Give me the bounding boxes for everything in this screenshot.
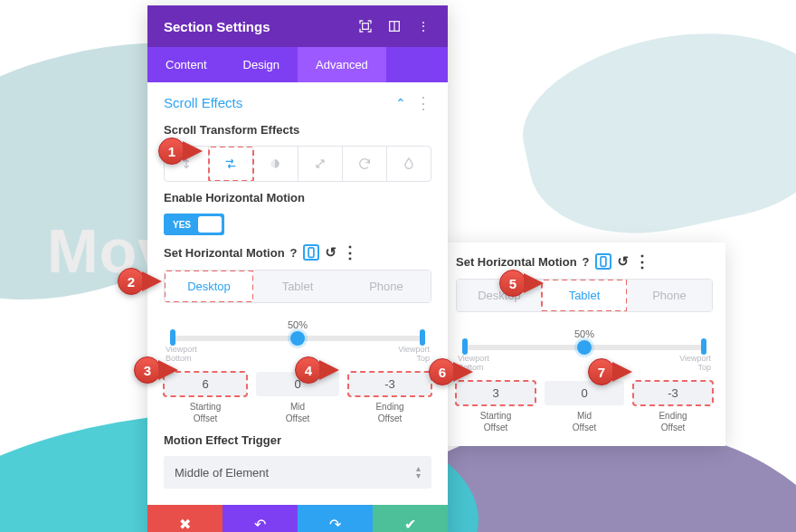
ending-offset-input-2[interactable]: -3 [633, 381, 713, 405]
effect-rotate-icon[interactable] [343, 147, 387, 181]
starting-offset-caption: Starting Offset [164, 401, 247, 424]
focus-icon[interactable] [357, 18, 374, 34]
horizontal-motion-row: Set Horizontal Motion ? ↻ ⋮ [164, 244, 431, 261]
trigger-value: Middle of Element [175, 466, 269, 480]
motion-slider-2: 50% Viewport Bottom Viewport Top [456, 328, 713, 372]
callout-7: 7 [588, 358, 632, 385]
trigger-select[interactable]: Middle of Element ▴▾ [164, 456, 431, 489]
effect-fade-icon[interactable] [253, 147, 298, 181]
ending-offset-caption-2: Ending Offset [633, 410, 713, 433]
reset-icon-2[interactable]: ↻ [617, 253, 629, 270]
device-tabs: Desktop Tablet Phone [164, 270, 431, 303]
svg-rect-4 [308, 248, 314, 258]
slider-percent-2: 50% [456, 328, 713, 339]
device-tab-tablet[interactable]: Tablet [253, 271, 342, 302]
main-tabs: Content Design Advanced [147, 47, 448, 82]
callout-2: 2 [118, 268, 162, 295]
device-tab-phone-2[interactable]: Phone [627, 280, 712, 311]
section-settings-panel: Section Settings ⋮ Content Design Advanc… [147, 5, 448, 532]
cancel-button[interactable]: ✖ [147, 505, 223, 532]
responsive-icon[interactable] [303, 244, 319, 261]
more-icon[interactable]: ⋮ [415, 18, 431, 34]
group-header: Scroll Effects ⌃ ⋮ [164, 95, 431, 110]
starting-offset-caption-2: Starting Offset [456, 410, 535, 433]
callout-4: 4 [295, 356, 339, 384]
select-arrow-icon: ▴▾ [416, 465, 421, 480]
horizontal-motion-label-2: Set Horizontal Motion [456, 255, 577, 269]
slider-mid-handle-2[interactable] [577, 340, 592, 355]
mid-offset-caption-2: Mid Offset [545, 410, 624, 433]
device-tab-tablet-2[interactable]: Tablet [542, 280, 627, 311]
ending-offset-input[interactable]: -3 [348, 372, 431, 396]
mid-offset-caption: Mid Offset [256, 401, 339, 424]
slider-track-2[interactable] [465, 345, 704, 350]
slider-mid-handle[interactable] [290, 331, 305, 346]
device-tab-desktop[interactable]: Desktop [165, 271, 253, 302]
toggle-knob [198, 216, 222, 233]
slider-percent: 50% [164, 319, 431, 330]
callout-3: 3 [134, 356, 178, 384]
tablet-motion-card: Set Horizontal Motion ? ↻ ⋮ Desktop Tabl… [443, 242, 725, 446]
enable-horizontal-label: Enable Horizontal Motion [164, 191, 431, 204]
save-button[interactable]: ✔ [373, 505, 448, 532]
effect-horizontal-icon[interactable] [209, 147, 253, 181]
effect-blur-icon[interactable] [387, 147, 431, 181]
redo-button[interactable]: ↷ [298, 505, 373, 532]
device-tab-phone[interactable]: Phone [342, 271, 431, 302]
toggle-label: YES [173, 220, 191, 230]
horizontal-motion-label: Set Horizontal Motion [164, 246, 285, 260]
svg-rect-0 [363, 24, 369, 30]
slider-end-handle[interactable] [420, 329, 425, 346]
transform-effect-buttons [164, 146, 431, 182]
ending-offset-caption: Ending Offset [348, 401, 431, 424]
enable-horizontal-toggle[interactable]: YES [164, 214, 224, 235]
layout-icon[interactable] [386, 18, 403, 34]
panel-title: Section Settings [164, 19, 345, 34]
device-tabs-2: Desktop Tablet Phone [456, 279, 713, 312]
svg-rect-5 [601, 257, 606, 267]
responsive-icon-2[interactable] [595, 253, 611, 270]
collapse-icon[interactable]: ⌃ [395, 96, 406, 110]
trigger-label: Motion Effect Trigger [164, 433, 431, 447]
panel-header: Section Settings ⋮ [147, 5, 448, 47]
help-icon-2[interactable]: ? [583, 255, 590, 269]
undo-button[interactable]: ↶ [223, 505, 298, 532]
tab-design[interactable]: Design [225, 47, 298, 82]
tab-content[interactable]: Content [147, 47, 225, 82]
viewport-top-label: Viewport Top [398, 345, 430, 363]
reset-icon[interactable]: ↻ [325, 244, 336, 261]
viewport-top-label-2: Viewport Top [679, 354, 711, 372]
slider-start-handle[interactable] [170, 329, 175, 346]
slider-track[interactable] [173, 336, 422, 341]
callout-6: 6 [429, 358, 473, 385]
panel-footer: ✖ ↶ ↷ ✔ [147, 505, 448, 532]
tab-advanced[interactable]: Advanced [298, 47, 386, 82]
slider-end-handle-2[interactable] [701, 338, 706, 355]
callout-1: 1 [158, 138, 203, 165]
group-title[interactable]: Scroll Effects [164, 95, 395, 110]
effect-scale-icon[interactable] [298, 147, 343, 181]
slider-start-handle-2[interactable] [462, 338, 468, 355]
help-icon[interactable]: ? [290, 246, 298, 260]
callout-5: 5 [499, 270, 544, 297]
transform-effects-label: Scroll Transform Effects [164, 123, 431, 137]
